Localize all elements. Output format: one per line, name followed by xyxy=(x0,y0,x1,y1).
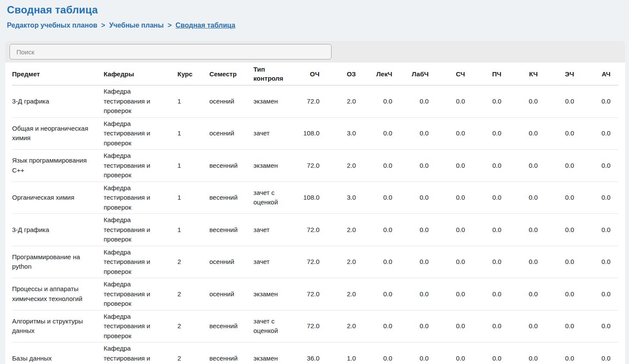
table-cell: 0.0 xyxy=(363,310,400,342)
column-header: ЛекЧ xyxy=(363,63,400,85)
table-cell: 0.0 xyxy=(400,278,436,311)
table-cell: 0.0 xyxy=(546,342,582,364)
column-header: СЧ xyxy=(436,63,473,85)
table-cell: 3.0 xyxy=(327,117,363,150)
breadcrumb-link-plans-editor[interactable]: Редактор учебных планов xyxy=(7,22,97,29)
table-cell: 0.0 xyxy=(436,214,473,246)
page-title: Сводная таблица xyxy=(7,4,629,16)
subject-cell: 3-Д графика xyxy=(12,214,104,246)
table-cell: 0.0 xyxy=(400,310,436,342)
column-header: ЭЧ xyxy=(546,63,582,85)
table-cell: 0.0 xyxy=(582,310,618,342)
table-row: Общая и неорганическая химияКафедра тест… xyxy=(12,117,618,150)
subject-cell: Алгоритмы и структуры данных xyxy=(12,310,104,342)
table-cell: Кафедра тестирования и проверок xyxy=(104,246,177,278)
table-cell: 2.0 xyxy=(327,85,363,118)
table-cell: 0.0 xyxy=(546,310,582,342)
table-cell: 1 xyxy=(177,214,209,246)
table-cell: 2.0 xyxy=(327,278,363,311)
table-cell: 0.0 xyxy=(473,278,509,311)
table-cell: экзамен xyxy=(253,85,303,118)
table-row: Программирование на pythonКафедра тестир… xyxy=(12,246,618,278)
table-cell: 0.0 xyxy=(546,182,582,214)
table-cell: 1.0 xyxy=(327,342,363,364)
table-cell: 0.0 xyxy=(436,117,473,150)
table-row: Язык программирования C++Кафедра тестиро… xyxy=(12,150,618,182)
table-cell: Кафедра тестирования и проверок xyxy=(104,117,177,150)
table-cell: 1 xyxy=(177,85,209,118)
table-row: Процессы и аппараты химических технологи… xyxy=(12,278,618,311)
table-cell: 0.0 xyxy=(436,278,473,311)
table-cell: осенний xyxy=(209,246,253,278)
table-cell: 2.0 xyxy=(327,214,363,246)
table-cell: 0.0 xyxy=(473,214,509,246)
table-cell: 0.0 xyxy=(473,310,509,342)
table-cell: весенний xyxy=(209,182,253,214)
table-cell: 0.0 xyxy=(400,85,436,118)
table-cell: экзамен xyxy=(253,342,303,364)
table-cell: 72.0 xyxy=(303,85,327,118)
table-cell: 0.0 xyxy=(436,246,473,278)
table-cell: 72.0 xyxy=(303,150,327,182)
column-header: ПЧ xyxy=(473,63,509,85)
column-header: Тип контроля xyxy=(253,63,303,85)
table-container: ПредметКафедрыКурсСеместрТип контроляОЧО… xyxy=(5,63,625,364)
table-cell: 1 xyxy=(177,117,209,150)
table-cell: 2.0 xyxy=(327,150,363,182)
table-cell: 3.0 xyxy=(327,182,363,214)
table-cell: 0.0 xyxy=(546,85,582,118)
table-cell: 0.0 xyxy=(400,117,436,150)
table-cell: весенний xyxy=(209,150,253,182)
table-cell: Кафедра тестирования и проверок xyxy=(104,150,177,182)
breadcrumb-link-study-plans[interactable]: Учебные планы xyxy=(109,22,164,29)
column-header: ОЧ xyxy=(303,63,327,85)
table-cell: 0.0 xyxy=(546,214,582,246)
table-cell: 0.0 xyxy=(363,117,400,150)
breadcrumb-link-summary-table[interactable]: Сводная таблица xyxy=(176,22,235,29)
table-cell: 0.0 xyxy=(582,117,618,150)
table-cell: 0.0 xyxy=(436,85,473,118)
table-cell: 1 xyxy=(177,182,209,214)
table-cell: зачет с оценкой xyxy=(253,310,303,342)
subject-cell: Общая и неорганическая химия xyxy=(12,117,104,150)
table-cell: 2.0 xyxy=(327,246,363,278)
table-cell: экзамен xyxy=(253,150,303,182)
table-cell: 0.0 xyxy=(473,85,509,118)
table-cell: 0.0 xyxy=(363,214,400,246)
table-cell: 72.0 xyxy=(303,278,327,311)
table-cell: 0.0 xyxy=(473,342,509,364)
table-cell: 0.0 xyxy=(582,214,618,246)
table-cell: 0.0 xyxy=(509,150,545,182)
column-header: Курс xyxy=(177,63,209,85)
table-cell: 2 xyxy=(177,246,209,278)
table-cell: 0.0 xyxy=(436,342,473,364)
table-cell: 0.0 xyxy=(582,85,618,118)
column-header: ЛабЧ xyxy=(400,63,436,85)
breadcrumb: Редактор учебных планов>Учебные планы>Св… xyxy=(7,22,629,29)
table-row: 3-Д графикаКафедра тестирования и провер… xyxy=(12,85,618,118)
column-header: КЧ xyxy=(509,63,545,85)
table-cell: 0.0 xyxy=(400,342,436,364)
search-input[interactable] xyxy=(9,44,332,60)
summary-table: ПредметКафедрыКурсСеместрТип контроляОЧО… xyxy=(12,63,618,364)
column-header: АЧ xyxy=(582,63,618,85)
table-cell: 0.0 xyxy=(546,150,582,182)
table-cell: 72.0 xyxy=(303,214,327,246)
table-cell: Кафедра тестирования и проверок xyxy=(104,310,177,342)
table-cell: 0.0 xyxy=(473,117,509,150)
table-cell: зачет xyxy=(253,117,303,150)
table-cell: весенний xyxy=(209,342,253,364)
table-cell: 0.0 xyxy=(400,182,436,214)
table-cell: 0.0 xyxy=(363,342,400,364)
table-cell: зачет с оценкой xyxy=(253,182,303,214)
table-cell: 2 xyxy=(177,342,209,364)
table-cell: экзамен xyxy=(253,278,303,311)
table-row: Алгоритмы и структуры данныхКафедра тест… xyxy=(12,310,618,342)
table-cell: 36.0 xyxy=(303,342,327,364)
table-cell: 0.0 xyxy=(436,310,473,342)
table-cell: 0.0 xyxy=(509,246,545,278)
table-cell: 0.0 xyxy=(509,117,545,150)
column-header: Предмет xyxy=(12,63,104,85)
table-cell: 0.0 xyxy=(582,278,618,311)
table-cell: зачет xyxy=(253,214,303,246)
